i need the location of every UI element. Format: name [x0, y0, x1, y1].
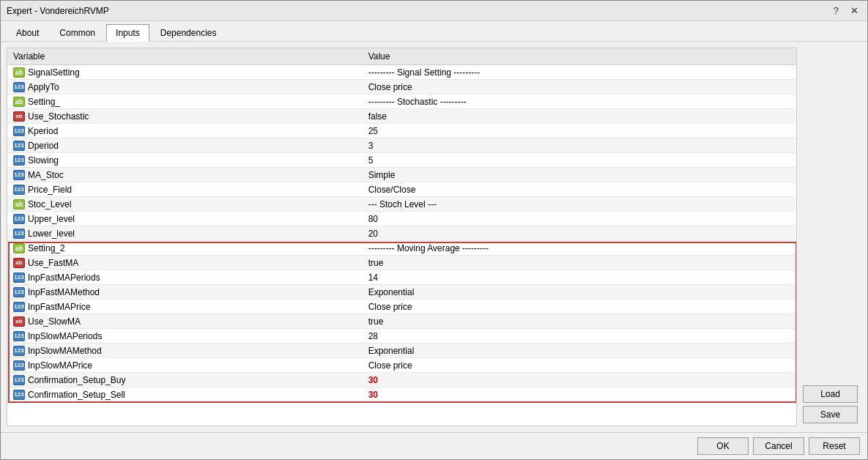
table-row[interactable]: 123Confirmation_Setup_Sell30 [7, 387, 796, 402]
icon-123: 123 [13, 185, 25, 195]
variable-name: Use_FastMA [28, 258, 78, 268]
table-row[interactable]: 123MA_StocSimple [7, 168, 796, 182]
icon-123: 123 [13, 141, 25, 151]
variable-name: ApplyTo [28, 82, 59, 92]
variable-name: Setting_2 [28, 243, 65, 253]
main-window: Expert - VondereichRVMP ? ✕ AboutCommonI… [0, 0, 868, 460]
variable-name: Confirmation_Setup_Buy [28, 375, 125, 385]
variable-value: true [363, 314, 796, 329]
variable-value: Close price [363, 358, 796, 373]
load-button[interactable]: Load [803, 385, 858, 403]
table-row[interactable]: 123Lower_level20 [7, 226, 796, 241]
table-row[interactable]: 123Slowing5 [7, 153, 796, 168]
variable-value: 20 [363, 226, 796, 241]
icon-123: 123 [13, 360, 25, 371]
variable-value: 25 [363, 124, 796, 138]
variable-value: true [363, 256, 796, 270]
variable-name: Upper_level [28, 214, 75, 224]
table-row[interactable]: 123Kperiod25 [7, 124, 796, 138]
variable-name: Price_Field [28, 185, 72, 195]
table-row[interactable]: 123InpFastMAPriceClose price [7, 300, 796, 314]
variable-name: MA_Stoc [28, 170, 64, 180]
variable-value: 28 [363, 329, 796, 344]
table-row[interactable]: 123Price_FieldClose/Close [7, 182, 796, 197]
icon-123: 123 [13, 390, 25, 400]
table-row[interactable]: 123Confirmation_Setup_Buy30 [7, 373, 796, 387]
table-row[interactable]: 123Dperiod3 [7, 138, 796, 153]
inputs-table: Variable Value abSignalSetting--------- … [7, 48, 796, 402]
variable-name: Confirmation_Setup_Sell [28, 390, 125, 400]
variable-value: --- Stoch Level --- [363, 197, 796, 212]
icon-123: 123 [13, 229, 25, 239]
table-row[interactable]: abStoc_Level--- Stoch Level --- [7, 197, 796, 212]
variable-value: --------- Stochastic --------- [363, 94, 796, 109]
bottom-bar: OK Cancel Reset [1, 432, 867, 459]
table-row[interactable]: abSetting_2--------- Moving Average ----… [7, 241, 796, 256]
cancel-button[interactable]: Cancel [753, 437, 804, 455]
title-bar-controls: ? ✕ [831, 5, 861, 16]
table-row[interactable]: abSignalSetting--------- Signal Setting … [7, 65, 796, 80]
variable-value: Close price [363, 80, 796, 94]
tab-bar: AboutCommonInputsDependencies [1, 21, 867, 42]
icon-123: 123 [13, 170, 25, 180]
icon-123: 123 [13, 375, 25, 385]
table-row[interactable]: abUse_SlowMAtrue [7, 314, 796, 329]
variable-value: 14 [363, 270, 796, 285]
icon-123: 123 [13, 346, 25, 356]
variable-name: InpSlowMAMethod [28, 346, 102, 356]
variable-value: false [363, 109, 796, 124]
tab-about[interactable]: About [7, 24, 48, 41]
variable-name: Use_SlowMA [28, 316, 81, 327]
tab-inputs[interactable]: Inputs [106, 24, 149, 42]
tab-common[interactable]: Common [50, 24, 105, 41]
variable-name: Use_Stochastic [28, 111, 89, 122]
variable-value: Close price [363, 300, 796, 314]
variable-value: 30 [363, 373, 796, 387]
icon-123: 123 [13, 287, 25, 297]
icon-123: 123 [13, 272, 25, 283]
table-row[interactable]: 123ApplyToClose price [7, 80, 796, 94]
table-row[interactable]: abUse_FastMAtrue [7, 256, 796, 270]
table-row[interactable]: 123InpFastMAPeriods14 [7, 270, 796, 285]
icon-ab: ab [13, 243, 25, 253]
icon-ab: ab [13, 199, 25, 209]
icon-123: 123 [13, 82, 25, 92]
icon-123: 123 [13, 126, 25, 136]
icon-123: 123 [13, 331, 25, 341]
table-row[interactable]: 123InpFastMAMethodExponential [7, 285, 796, 300]
table-row[interactable]: 123InpSlowMAPriceClose price [7, 358, 796, 373]
variable-name: InpFastMAMethod [28, 287, 100, 297]
icon-ab: ab [13, 97, 25, 107]
variable-value: --------- Signal Setting --------- [363, 65, 796, 80]
variable-name: Kperiod [28, 126, 58, 136]
variable-name: Dperiod [28, 141, 59, 151]
ok-button[interactable]: OK [697, 437, 749, 455]
icon-123: 123 [13, 155, 25, 166]
save-button[interactable]: Save [803, 406, 858, 423]
icon-bool: ab [13, 111, 25, 122]
variable-value: 80 [363, 212, 796, 226]
inputs-table-container: Variable Value abSignalSetting--------- … [7, 48, 797, 426]
variable-name: Slowing [28, 155, 59, 166]
table-row[interactable]: abSetting_--------- Stochastic --------- [7, 94, 796, 109]
variable-name: SignalSetting [28, 67, 80, 78]
table-row[interactable]: abUse_Stochasticfalse [7, 109, 796, 124]
content-area: Variable Value abSignalSetting--------- … [1, 42, 867, 432]
variable-name: InpFastMAPrice [28, 302, 90, 312]
variable-value: Exponential [363, 344, 796, 358]
side-buttons-panel: Load Save [803, 48, 861, 426]
help-button[interactable]: ? [831, 5, 842, 16]
close-button[interactable]: ✕ [847, 5, 861, 16]
variable-value: Exponential [363, 285, 796, 300]
variable-value: 5 [363, 153, 796, 168]
icon-ab: ab [13, 67, 25, 78]
variable-value: --------- Moving Average --------- [363, 241, 796, 256]
tab-dependencies[interactable]: Dependencies [151, 24, 226, 41]
variable-value: Simple [363, 168, 796, 182]
reset-button[interactable]: Reset [809, 437, 860, 455]
table-row[interactable]: 123Upper_level80 [7, 212, 796, 226]
table-row[interactable]: 123InpSlowMAPeriods28 [7, 329, 796, 344]
icon-bool: ab [13, 316, 25, 327]
column-header-variable: Variable [7, 48, 363, 65]
table-row[interactable]: 123InpSlowMAMethodExponential [7, 344, 796, 358]
